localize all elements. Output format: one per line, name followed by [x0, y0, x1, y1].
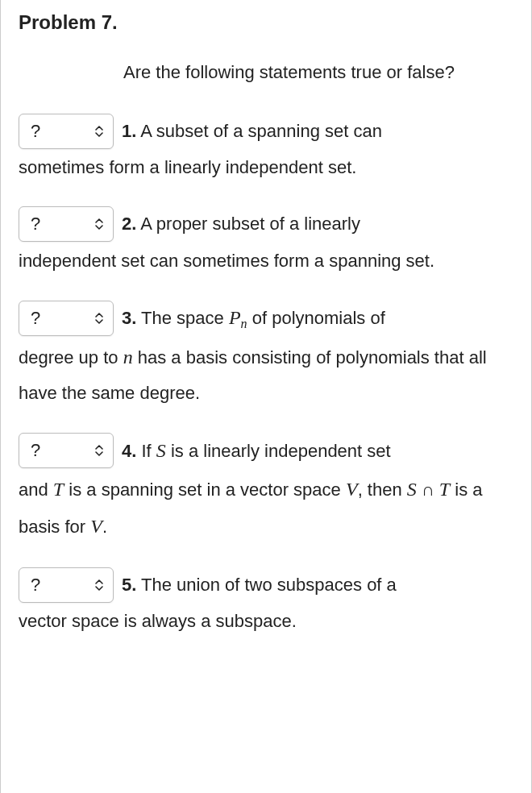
var-V: V [346, 479, 358, 500]
question-number-1: 1. [122, 121, 136, 141]
q1-text-first: A subset of a spanning set can [136, 121, 382, 141]
select-value: ? [31, 112, 40, 151]
answer-select-4[interactable]: ? [19, 433, 114, 468]
select-value: ? [31, 431, 40, 470]
chevron-up-down-icon [94, 217, 105, 231]
question-1: ? 1. A subset of a spanning set can some… [19, 111, 513, 185]
q3-text-rest: degree up to n has a basis consisting of… [19, 339, 513, 409]
q3-text-a: The space [136, 308, 229, 328]
chevron-up-down-icon [94, 443, 105, 458]
q2-text-first: A proper subset of a linearly [136, 214, 360, 234]
answer-select-3[interactable]: ? [19, 301, 114, 336]
select-value: ? [31, 566, 40, 604]
intro-text: Are the following statements true or fal… [123, 62, 455, 82]
problem-title: Problem 7. [19, 8, 513, 37]
q1-text-rest: sometimes form a linearly independent se… [19, 151, 513, 185]
problem-container: Problem 7. Are the following statements … [0, 0, 532, 793]
answer-select-2[interactable]: ? [19, 206, 114, 242]
question-number-2: 2. [122, 214, 136, 234]
var-P: P [229, 307, 241, 328]
select-value: ? [31, 299, 40, 338]
question-number-4: 4. [122, 441, 136, 461]
q2-text-rest: independent set can sometimes form a spa… [19, 244, 513, 278]
select-value: ? [31, 205, 40, 243]
question-number-5: 5. [122, 575, 136, 595]
q5-text-rest: vector space is always a subspace. [19, 604, 513, 638]
q4-text-rest: and T is a spanning set in a vector spac… [19, 471, 513, 545]
intersect-symbol: ∩ [417, 480, 439, 500]
question-5: ? 5. The union of two subspaces of a vec… [19, 565, 513, 638]
answer-select-5[interactable]: ? [19, 567, 114, 603]
question-intro: Are the following statements true or fal… [19, 55, 513, 90]
chevron-up-down-icon [94, 578, 105, 592]
chevron-up-down-icon [94, 311, 105, 326]
var-S: S [156, 440, 166, 461]
q5-text-first: The union of two subspaces of a [136, 575, 396, 595]
q3-text-b: of polynomials of [247, 308, 385, 328]
q4-text-a: If [136, 441, 156, 461]
question-4: ? 4. If S is a linearly independent set … [19, 430, 513, 546]
var-S2: S [407, 479, 417, 500]
sub-n: n [241, 318, 247, 331]
question-2: ? 2. A proper subset of a linearly indep… [19, 204, 513, 277]
question-number-3: 3. [122, 308, 136, 328]
q4-text-b: is a linearly independent set [166, 441, 391, 461]
var-V2: V [90, 516, 102, 537]
var-n: n [123, 347, 133, 367]
question-3: ? 3. The space Pn of polynomials of degr… [19, 297, 513, 409]
var-T2: T [439, 479, 450, 500]
chevron-up-down-icon [94, 124, 105, 139]
var-T: T [53, 479, 64, 500]
answer-select-1[interactable]: ? [19, 114, 114, 149]
